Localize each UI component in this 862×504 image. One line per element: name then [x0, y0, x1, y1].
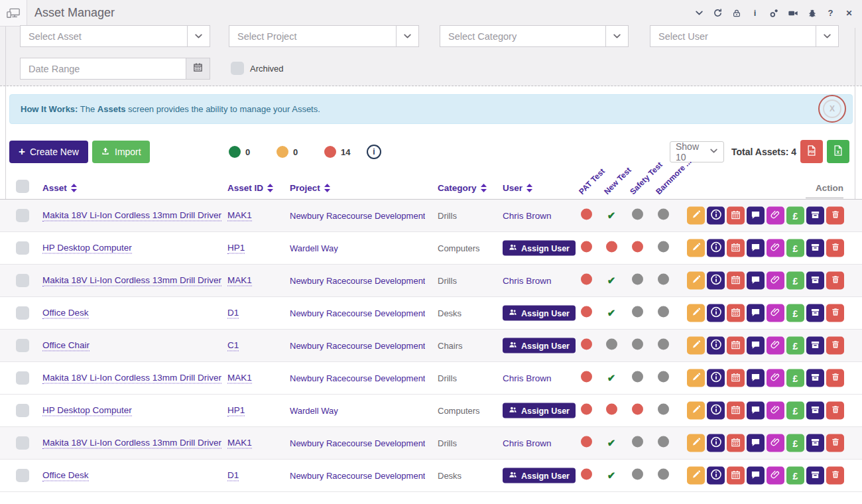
attachment-button[interactable]	[767, 337, 784, 355]
assign-user-button[interactable]: Assign User	[503, 338, 576, 353]
gray-status-dot[interactable]	[658, 209, 669, 220]
refresh-icon[interactable]	[713, 7, 723, 19]
assign-user-button[interactable]: Assign User	[503, 468, 576, 483]
column-header-user[interactable]: User	[503, 183, 532, 193]
gray-status-dot[interactable]	[658, 306, 669, 318]
row-checkbox[interactable]	[16, 404, 29, 417]
assign-user-button[interactable]: Assign User	[503, 306, 576, 321]
info-button[interactable]	[707, 304, 725, 322]
edit-button[interactable]	[687, 337, 705, 355]
calendar-button[interactable]	[727, 434, 745, 452]
attachment-button[interactable]	[767, 304, 784, 322]
assign-user-button[interactable]: Assign User	[503, 403, 576, 418]
gray-status-dot[interactable]	[658, 339, 669, 350]
calendar-picker-button[interactable]	[186, 58, 210, 80]
edit-button[interactable]	[687, 369, 705, 387]
gray-status-dot[interactable]	[658, 241, 669, 253]
archive-button[interactable]	[806, 304, 824, 322]
archive-button[interactable]	[806, 239, 824, 257]
export-excel-button[interactable]: X	[827, 140, 849, 163]
gray-status-dot[interactable]	[658, 371, 669, 383]
edit-button[interactable]	[687, 434, 705, 452]
user-link[interactable]: Chris Brown	[503, 211, 552, 221]
asset-link[interactable]: Makita 18V Li-Ion Cordless 13mm Drill Dr…	[42, 438, 221, 449]
cost-button[interactable]: £	[786, 434, 804, 452]
asset-link[interactable]: Office Desk	[42, 470, 89, 481]
asset-link[interactable]: Makita 18V Li-Ion Cordless 13mm Drill Dr…	[42, 210, 221, 221]
row-checkbox[interactable]	[16, 274, 29, 287]
gray-status-dot[interactable]	[658, 469, 669, 480]
info-button[interactable]	[707, 337, 725, 355]
archive-button[interactable]	[806, 467, 824, 485]
archive-button[interactable]	[806, 434, 824, 452]
asset-link[interactable]: Makita 18V Li-Ion Cordless 13mm Drill Dr…	[42, 373, 221, 384]
archive-button[interactable]	[806, 272, 824, 290]
archive-button[interactable]	[806, 337, 824, 355]
archive-button[interactable]	[806, 207, 824, 225]
red-status-dot[interactable]	[581, 469, 592, 480]
export-pdf-button[interactable]: PDF	[800, 140, 823, 163]
delete-button[interactable]	[826, 207, 844, 225]
banner-close-button[interactable]: X	[818, 95, 846, 123]
create-new-button[interactable]: + Create New	[9, 141, 88, 163]
comment-button[interactable]	[747, 239, 765, 257]
attachment-button[interactable]	[767, 369, 784, 387]
cost-button[interactable]: £	[786, 207, 804, 225]
edit-button[interactable]	[687, 272, 705, 290]
archive-button[interactable]	[806, 402, 824, 420]
assign-user-button[interactable]: Assign User	[503, 241, 576, 256]
check-icon[interactable]: ✔	[607, 470, 616, 481]
asset-link[interactable]: Makita 18V Li-Ion Cordless 13mm Drill Dr…	[42, 275, 221, 286]
video-camera-icon[interactable]	[788, 7, 798, 19]
cost-button[interactable]: £	[786, 337, 804, 355]
user-link[interactable]: Chris Brown	[503, 438, 552, 448]
asset-id-link[interactable]: HP1	[227, 243, 245, 254]
user-link[interactable]: Chris Brown	[503, 373, 552, 383]
asset-id-link[interactable]: C1	[227, 340, 239, 351]
gray-status-dot[interactable]	[632, 371, 643, 383]
red-status-dot[interactable]	[581, 371, 592, 383]
gray-status-dot[interactable]	[632, 306, 643, 318]
info-button[interactable]	[707, 467, 725, 485]
gray-status-dot[interactable]	[632, 436, 643, 448]
info-icon[interactable]: i	[750, 7, 760, 19]
red-status-dot[interactable]	[581, 436, 592, 448]
cost-button[interactable]: £	[786, 272, 804, 290]
calendar-button[interactable]	[727, 467, 745, 485]
row-checkbox[interactable]	[16, 306, 29, 320]
red-status-dot[interactable]	[581, 274, 592, 285]
attachment-button[interactable]	[767, 402, 784, 420]
row-checkbox[interactable]	[16, 371, 29, 385]
comment-button[interactable]	[747, 337, 765, 355]
comment-button[interactable]	[747, 272, 765, 290]
import-button[interactable]: Import	[92, 141, 150, 163]
chevron-down-icon[interactable]	[694, 7, 704, 19]
row-checkbox[interactable]	[16, 469, 29, 482]
gray-status-dot[interactable]	[658, 274, 669, 285]
asset-id-link[interactable]: MAK1	[227, 373, 252, 384]
red-status-dot[interactable]	[581, 209, 592, 220]
gears-icon[interactable]	[769, 7, 779, 19]
calendar-button[interactable]	[727, 304, 745, 322]
info-button[interactable]	[707, 239, 725, 257]
red-status-dot[interactable]	[581, 339, 592, 350]
calendar-button[interactable]	[727, 369, 745, 387]
attachment-button[interactable]	[767, 239, 784, 257]
column-header-project[interactable]: Project	[290, 183, 330, 193]
sort-icon[interactable]	[71, 184, 77, 192]
red-status-dot[interactable]	[606, 241, 617, 253]
comment-button[interactable]	[747, 304, 765, 322]
column-header-asset-id[interactable]: Asset ID	[227, 183, 273, 193]
asset-id-link[interactable]: D1	[227, 308, 239, 319]
user-link[interactable]: Chris Brown	[503, 276, 552, 286]
calendar-button[interactable]	[727, 272, 745, 290]
calendar-button[interactable]	[727, 402, 745, 420]
gray-status-dot[interactable]	[632, 339, 643, 350]
edit-button[interactable]	[687, 467, 705, 485]
gray-status-dot[interactable]	[632, 209, 643, 220]
info-button[interactable]	[707, 434, 725, 452]
attachment-button[interactable]	[767, 207, 784, 225]
archived-checkbox[interactable]	[231, 62, 244, 75]
attachment-button[interactable]	[767, 434, 784, 452]
attachment-button[interactable]	[767, 467, 784, 485]
